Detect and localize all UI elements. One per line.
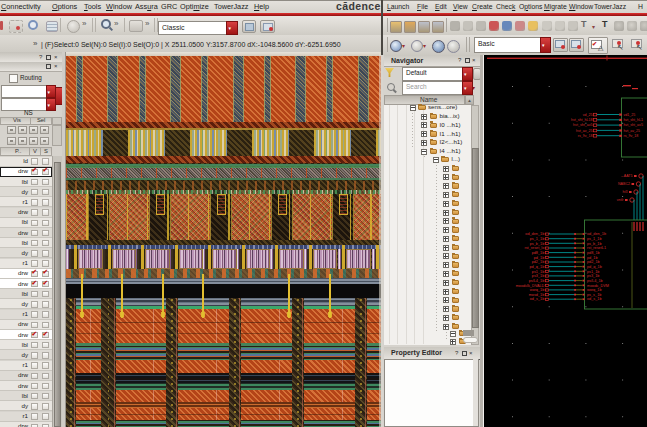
svg-text:mosd_1b: mosd_1b: [529, 293, 545, 297]
svg-text:moodclk_DVALD: moodclk_DVALD: [516, 284, 545, 288]
svg-text:ps1_1b: ps1_1b: [532, 270, 544, 274]
svg-text:pd2_1b: pd2_1b: [587, 260, 600, 264]
svg-text:hvt_sht_av5: hvt_sht_av5: [624, 123, 643, 127]
svg-text:pd8_1b: pd8_1b: [532, 251, 545, 255]
svg-text:rs_9v_18: rs_9v_18: [624, 134, 639, 138]
svg-text:ps_s_1b: ps_s_1b: [587, 293, 601, 297]
svg-text:pd_1b: pd_1b: [587, 256, 598, 260]
svg-text:pd_q_1b: pd_q_1b: [530, 265, 545, 269]
svg-text:moodc_DVM: moodc_DVM: [587, 284, 609, 288]
svg-text:hvt_sht_hL18: hvt_sht_hL18: [571, 118, 593, 122]
svg-text:ht3: ht3: [623, 190, 628, 194]
svg-text:ps_1_1b: ps_1_1b: [530, 237, 545, 241]
svg-text:hvt_av_25: hvt_av_25: [576, 129, 593, 133]
svg-text:hvt_sht_hL1: hvt_sht_hL1: [624, 118, 644, 122]
svg-text:ps3_1b: ps3_1b: [587, 274, 599, 278]
svg-text:pd2_1b: pd2_1b: [532, 260, 545, 264]
svg-text:ps_b_1b: ps_b_1b: [530, 242, 545, 246]
svg-text:NABC2: NABC2: [618, 182, 630, 186]
svg-text:→AAT5: →AAT5: [620, 174, 632, 178]
svg-text:ps_b_1b: ps_b_1b: [587, 242, 602, 246]
svg-text:od_s_1b: od_s_1b: [530, 297, 545, 301]
svg-text:worq_1b: worq_1b: [530, 288, 545, 292]
svg-text:ps1_1b: ps1_1b: [587, 270, 599, 274]
svg-text:od_s_1b: od_s_1b: [587, 297, 602, 301]
svg-text:hvt_av_25: hvt_av_25: [624, 129, 641, 133]
svg-text:rst_reset_lo: rst_reset_lo: [524, 246, 544, 250]
svg-text:rs_9v_18: rs_9v_18: [578, 134, 593, 138]
svg-text:ps/L4_1b: ps/L4_1b: [529, 279, 545, 283]
svg-text:pd_1b: pd_1b: [534, 256, 545, 260]
svg-text:ps/L4_1b: ps/L4_1b: [587, 279, 603, 283]
svg-text:ps3_1b: ps3_1b: [532, 274, 544, 278]
svg-text:vd1_25: vd1_25: [624, 113, 636, 117]
svg-text:od_den_1b: od_den_1b: [587, 232, 606, 236]
svg-text:hvt_sht_av5: hvt_sht_av5: [573, 123, 592, 127]
svg-text:rst_resetL1: rst_resetL1: [587, 246, 606, 250]
svg-text:vntlr: vntlr: [617, 198, 625, 202]
svg-text:ps_1_1b: ps_1_1b: [587, 237, 602, 241]
svg-text:vd_25: vd_25: [583, 113, 593, 117]
svg-text:pd8_1b: pd8_1b: [587, 251, 600, 255]
svg-text:worq_1b: worq_1b: [587, 288, 602, 292]
svg-text:od_den_1b: od_den_1b: [525, 232, 544, 236]
svg-text:pd_q_1b: pd_q_1b: [587, 265, 602, 269]
